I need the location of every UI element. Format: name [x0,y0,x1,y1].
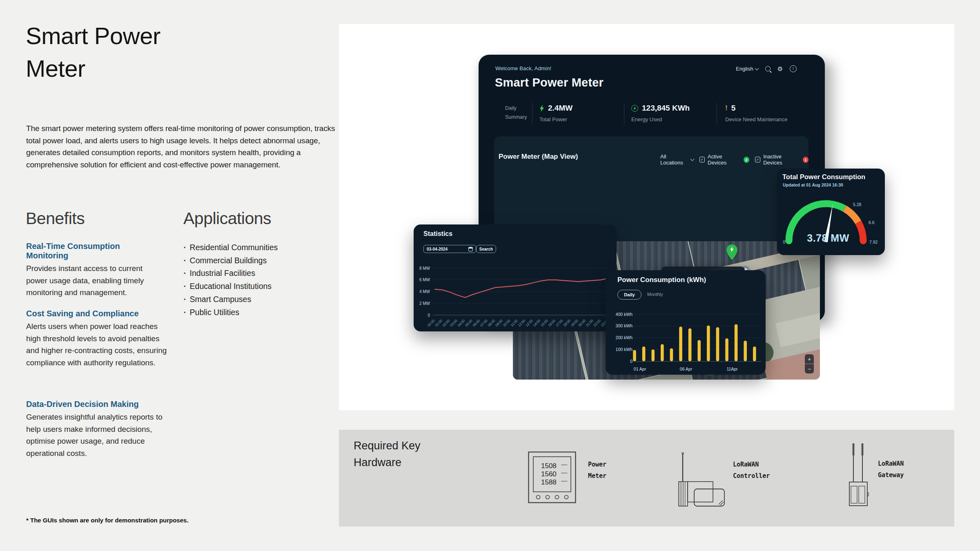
benefit-item: Data-Driven Decision Making Generates in… [26,400,173,459]
svg-text:12:00: 12:00 [525,318,534,327]
svg-text:14:00: 14:00 [532,318,541,327]
stat-energy-used: 123,845 KWh Energy Used [631,104,690,122]
list-item: Residential Communities [184,242,278,255]
svg-text:12:00: 12:00 [517,318,526,327]
svg-text:22:00: 22:00 [592,318,601,327]
power-consumption-bar-chart: 400 kWh300 kWh200 kWh100 kWh001 Apr06 Ap… [606,270,766,375]
svg-text:0: 0 [630,359,633,364]
svg-text:09:00: 09:00 [494,318,503,327]
list-item: Public Utilities [184,307,278,320]
svg-text:21:00: 21:00 [585,318,594,327]
applications-list: Residential Communities Commercial Build… [184,242,278,319]
benefit-item: Cost Saving and Compliance Alerts users … [26,309,169,369]
hardware-heading: Required Key Hardware [354,438,421,471]
maintenance-icon: ! [725,104,728,112]
power-consumption-card: Power Consumption (kWh) Daily Monthly 40… [606,270,766,375]
svg-text:07:00: 07:00 [479,318,488,327]
benefit-title: Cost Saving and Compliance [26,309,169,318]
list-item: Industrial Facilities [184,267,278,280]
energy-icon [631,105,638,112]
hardware-label-lorawan-controller: LoRaWAN Controller [733,459,770,482]
svg-text:11:00: 11:00 [510,318,519,327]
svg-text:5.28: 5.28 [853,202,862,207]
list-item: Commercial Buildings [184,255,278,268]
hardware-label-power-meter: Power Meter [588,459,606,482]
statistics-line-chart: 8 MW6 MW4 MW2 MW000:0001:0002:0003:0004:… [414,224,617,331]
map-zoom-controls: + − [805,354,814,373]
svg-text:2 MW: 2 MW [419,301,430,306]
svg-text:06:00: 06:00 [472,318,481,327]
page-title: Smart Power Meter [26,20,160,85]
gauge-card: Total Power Consumption Updated at 01 Au… [777,169,885,255]
benefit-title: Data-Driven Decision Making [26,400,173,409]
list-item: Educational Institutions [184,280,278,293]
svg-text:100 kWh: 100 kWh [616,347,633,352]
daily-summary-label: Daily Summary [505,104,527,122]
svg-text:03:00: 03:00 [449,318,458,327]
svg-text:01 Apr: 01 Apr [634,367,646,371]
svg-text:400 kWh: 400 kWh [616,312,633,317]
svg-text:18:00: 18:00 [562,318,571,327]
map-view-title: Power Meter (Map View) [499,153,578,161]
svg-text:04:00: 04:00 [457,318,466,327]
divider [532,103,532,124]
chevron-down-icon [690,157,694,161]
active-count-badge: 2 [744,157,749,163]
inactive-devices-filter[interactable]: ✓ Inactive Devices 1 [755,153,808,166]
divider [717,103,717,124]
svg-text:08:00: 08:00 [487,318,496,327]
svg-text:300 kWh: 300 kWh [616,323,633,328]
zoom-in-button[interactable]: + [805,354,814,364]
svg-text:0: 0 [428,313,430,318]
svg-text:05:00: 05:00 [464,318,473,327]
checkbox-checked-icon[interactable]: ✓ [699,157,705,162]
svg-text:4 MW: 4 MW [419,289,430,294]
search-icon[interactable] [765,66,771,71]
dashboard-title: Smart Power Meter [495,76,604,89]
statistics-card: Statistics 03-04-2024 Search 8 MW6 MW4 M… [414,224,617,331]
page: Smart Power Meter The smart power meteri… [0,0,980,551]
svg-text:01:00: 01:00 [434,318,443,327]
benefit-body: Provides instant access to current power… [26,262,155,299]
alert-icon[interactable]: ! [790,65,797,72]
welcome-text: Welcome Back, Admin! [495,65,551,71]
language-dropdown[interactable]: English [736,66,758,72]
active-device-pin[interactable] [726,244,737,260]
footnote: * The GUIs shown are only for demonstrat… [26,517,189,524]
benefits-heading: Benefits [26,209,85,228]
active-devices-filter[interactable]: ✓ Active Devices 2 [699,153,749,166]
stat-maintenance: ! 5 Device Need Maintenance [725,104,787,122]
svg-text:11Apr: 11Apr [726,367,738,371]
benefit-body: Generates insightful analytics reports t… [26,411,171,459]
checkbox-checked-icon[interactable]: ✓ [755,157,760,162]
lorawan-controller-illustration [677,452,726,507]
svg-text:02:00: 02:00 [441,318,450,327]
dashboard-header-actions: English ⚙ ! [736,65,797,72]
svg-text:17:00: 17:00 [555,318,564,327]
lorawan-gateway-illustration [849,442,871,507]
svg-text:10:00: 10:00 [502,318,511,327]
map-filters: All Locations ✓ Active Devices 2 ✓ Inact… [660,153,808,166]
page-description: The smart power metering system offers r… [26,122,337,171]
svg-text:15:00: 15:00 [540,318,549,327]
svg-text:6 MW: 6 MW [419,278,430,282]
location-filter-dropdown[interactable]: All Locations [660,153,694,166]
svg-text:06 Apr: 06 Apr [680,367,693,371]
benefit-body: Alerts users when power load reaches hig… [26,320,167,369]
applications-heading: Applications [183,209,271,228]
svg-text:8 MW: 8 MW [419,266,430,271]
gear-icon[interactable]: ⚙ [777,66,783,72]
power-meter-illustration: 1508 1560 1588 [528,451,577,504]
svg-text:6.6: 6.6 [869,220,875,225]
lightning-icon [539,105,544,112]
svg-text:19:00: 19:00 [570,318,579,327]
svg-text:200 kWh: 200 kWh [616,335,633,340]
benefit-item: Real-Time Consumption Monitoring Provide… [26,242,161,299]
svg-text:20:00: 20:00 [577,318,586,327]
svg-text:1508: 1508 [541,462,557,470]
inactive-count-badge: 1 [803,157,808,163]
divider [624,103,624,124]
svg-text:1560: 1560 [541,470,557,478]
svg-text:00:00: 00:00 [427,318,436,327]
zoom-out-button[interactable]: − [805,364,814,373]
